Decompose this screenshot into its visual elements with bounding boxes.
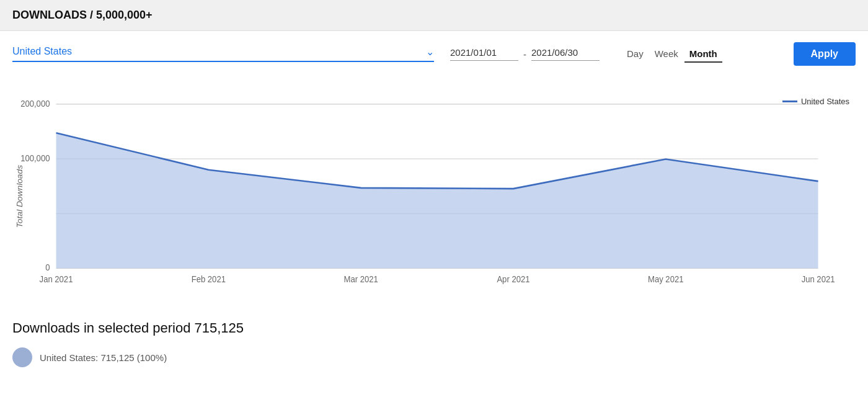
tab-week[interactable]: Week	[650, 46, 683, 63]
date-range-wrap: -	[450, 47, 600, 61]
page-title: DOWNLOADS / 5,000,000+	[12, 9, 153, 21]
summary-dot-icon	[12, 347, 32, 367]
summary-title: Downloads in selected period 715,125	[12, 320, 856, 336]
apply-button[interactable]: Apply	[794, 42, 856, 66]
period-tabs: Day Week Month	[622, 46, 722, 63]
date-start-input[interactable]	[450, 47, 518, 61]
date-separator: -	[523, 49, 526, 60]
svg-text:May 2021: May 2021	[648, 274, 683, 284]
svg-text:100,000: 100,000	[20, 154, 50, 163]
legend-line-icon	[782, 101, 797, 102]
summary-item: United States: 715,125 (100%)	[12, 347, 856, 367]
chart-container: 200,000 100,000 0 Total Downloads Jan 20…	[12, 84, 856, 295]
controls-row: United States ⌄ - Day Week Month Apply	[0, 31, 868, 66]
country-select-wrap[interactable]: United States ⌄	[12, 46, 434, 62]
tab-day[interactable]: Day	[622, 46, 649, 63]
date-end-input[interactable]	[531, 47, 600, 61]
header-bar: DOWNLOADS / 5,000,000+	[0, 0, 868, 31]
svg-text:Total Downloads: Total Downloads	[15, 165, 24, 228]
svg-text:Jun 2021: Jun 2021	[802, 274, 835, 284]
svg-text:Feb 2021: Feb 2021	[192, 274, 226, 284]
country-select-label[interactable]: United States	[12, 46, 72, 56]
legend-label: United States	[801, 97, 849, 107]
chart-area: 200,000 100,000 0 Total Downloads Jan 20…	[0, 66, 868, 302]
downloads-chart: 200,000 100,000 0 Total Downloads Jan 20…	[12, 84, 856, 295]
summary-section: Downloads in selected period 715,125 Uni…	[0, 302, 868, 380]
summary-item-label: United States: 715,125 (100%)	[40, 352, 167, 363]
svg-text:Apr 2021: Apr 2021	[497, 274, 529, 284]
chart-legend: United States	[782, 97, 849, 107]
svg-text:0: 0	[45, 262, 50, 272]
chart-area-fill	[56, 133, 818, 268]
chevron-down-icon[interactable]: ⌄	[426, 46, 434, 58]
tab-month[interactable]: Month	[684, 46, 722, 63]
svg-text:Mar 2021: Mar 2021	[344, 274, 378, 284]
svg-text:200,000: 200,000	[20, 99, 50, 109]
svg-text:Jan 2021: Jan 2021	[40, 274, 73, 284]
